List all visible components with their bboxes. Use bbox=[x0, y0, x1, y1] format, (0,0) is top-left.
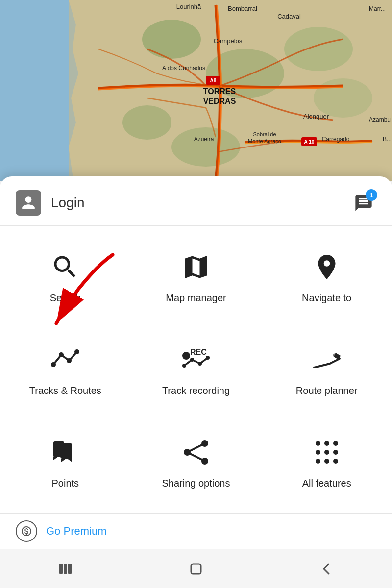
back-button[interactable] bbox=[307, 554, 346, 584]
svg-text:Azambu: Azambu bbox=[369, 116, 391, 123]
svg-text:Sobral de: Sobral de bbox=[253, 131, 276, 137]
menu-item-tracks-routes[interactable]: Tracks & Routes bbox=[0, 323, 131, 416]
menu-item-sharing[interactable]: Sharing options bbox=[131, 416, 262, 508]
svg-text:Bombarral: Bombarral bbox=[228, 5, 257, 12]
track-recording-label: Track recording bbox=[162, 384, 230, 397]
points-label: Points bbox=[52, 477, 79, 490]
svg-text:A dos Cunhados: A dos Cunhados bbox=[162, 65, 205, 72]
route-planner-label: Route planner bbox=[296, 384, 358, 397]
bottom-panel: Login 1 Search Map man bbox=[0, 176, 392, 588]
premium-row[interactable]: Go Premium bbox=[0, 513, 392, 549]
menu-item-points[interactable]: Points bbox=[0, 416, 131, 508]
svg-point-6 bbox=[122, 105, 172, 140]
rec-icon: REC bbox=[178, 342, 214, 377]
svg-text:Monte Agraço: Monte Agraço bbox=[248, 138, 281, 144]
recent-apps-button[interactable] bbox=[46, 554, 85, 584]
svg-text:Marr...: Marr... bbox=[369, 5, 386, 12]
svg-rect-62 bbox=[64, 564, 67, 574]
svg-point-53 bbox=[324, 441, 329, 446]
svg-point-54 bbox=[333, 441, 338, 446]
navigate-icon bbox=[309, 249, 344, 285]
svg-text:VEDRAS: VEDRAS bbox=[203, 97, 236, 105]
premium-icon bbox=[16, 520, 37, 542]
map-icon bbox=[178, 249, 214, 285]
search-label: Search bbox=[50, 292, 81, 304]
menu-item-map-manager[interactable]: Map manager bbox=[131, 231, 262, 323]
navigate-to-label: Navigate to bbox=[302, 292, 351, 304]
svg-line-40 bbox=[330, 359, 340, 364]
messages-button[interactable]: 1 bbox=[351, 190, 376, 216]
svg-point-8 bbox=[172, 127, 240, 167]
login-label[interactable]: Login bbox=[51, 195, 351, 211]
menu-item-track-recording[interactable]: REC Track recording bbox=[131, 323, 262, 416]
svg-rect-45 bbox=[61, 443, 72, 459]
svg-point-33 bbox=[182, 352, 190, 360]
menu-item-search[interactable]: Search bbox=[0, 231, 131, 323]
svg-point-47 bbox=[201, 440, 208, 447]
svg-line-50 bbox=[190, 445, 202, 451]
tracks-icon bbox=[48, 342, 83, 377]
bottom-nav bbox=[0, 549, 392, 588]
svg-text:TORRES: TORRES bbox=[203, 87, 236, 96]
svg-point-49 bbox=[201, 458, 208, 465]
svg-point-57 bbox=[333, 450, 338, 455]
svg-line-51 bbox=[190, 454, 202, 460]
svg-text:Campelos: Campelos bbox=[214, 37, 243, 45]
tracks-routes-label: Tracks & Routes bbox=[29, 384, 101, 397]
menu-item-navigate-to[interactable]: Navigate to bbox=[261, 231, 392, 323]
svg-point-52 bbox=[316, 441, 320, 446]
menu-item-route-planner[interactable]: Route planner bbox=[261, 323, 392, 416]
avatar-icon[interactable] bbox=[16, 190, 41, 216]
all-features-label: All features bbox=[302, 477, 351, 490]
login-row: Login 1 bbox=[0, 176, 392, 226]
svg-line-39 bbox=[314, 364, 330, 368]
map-manager-label: Map manager bbox=[166, 292, 226, 304]
svg-point-59 bbox=[324, 459, 329, 464]
svg-point-60 bbox=[333, 459, 338, 464]
svg-text:Alenquer: Alenquer bbox=[303, 113, 329, 120]
home-button[interactable] bbox=[176, 554, 216, 584]
svg-text:A 10: A 10 bbox=[304, 139, 315, 145]
share-icon bbox=[178, 435, 214, 470]
messages-badge: 1 bbox=[366, 189, 377, 201]
menu-item-all-features[interactable]: All features bbox=[261, 416, 392, 508]
map-view: A8 A 10 Bombarral Cadaval Lourinhã Marr.… bbox=[0, 0, 392, 181]
svg-point-58 bbox=[316, 459, 320, 464]
points-icon bbox=[48, 435, 83, 470]
svg-point-48 bbox=[184, 449, 191, 456]
svg-text:REC: REC bbox=[190, 348, 207, 356]
premium-label[interactable]: Go Premium bbox=[46, 525, 106, 538]
menu-grid: Search Map manager Navigate to bbox=[0, 226, 392, 513]
svg-text:Carregado: Carregado bbox=[322, 136, 350, 143]
svg-point-56 bbox=[324, 450, 329, 455]
svg-text:Cadaval: Cadaval bbox=[277, 13, 301, 20]
svg-text:Azueira: Azueira bbox=[194, 136, 214, 143]
svg-point-5 bbox=[284, 27, 353, 71]
svg-point-7 bbox=[314, 78, 372, 118]
svg-text:A8: A8 bbox=[210, 78, 217, 83]
svg-rect-64 bbox=[191, 564, 201, 574]
route-planner-icon bbox=[309, 342, 344, 377]
svg-point-3 bbox=[142, 20, 201, 59]
svg-point-55 bbox=[316, 450, 320, 455]
grid-icon bbox=[309, 435, 344, 470]
search-icon bbox=[48, 249, 83, 285]
svg-rect-63 bbox=[68, 564, 72, 574]
svg-text:B...: B... bbox=[383, 136, 392, 143]
svg-text:Lourinhã: Lourinhã bbox=[176, 3, 201, 10]
sharing-options-label: Sharing options bbox=[162, 477, 230, 490]
svg-rect-61 bbox=[59, 564, 63, 574]
